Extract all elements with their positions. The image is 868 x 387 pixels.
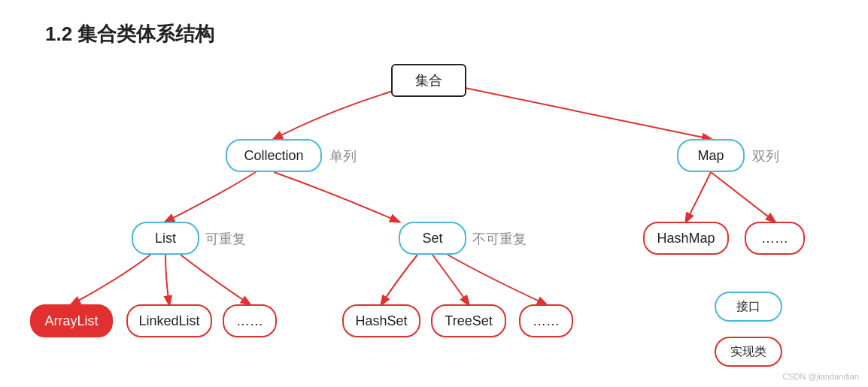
node-collection-root: 集合: [391, 64, 466, 97]
node-linkedlist: LinkedList: [126, 304, 212, 337]
node-dots-map: ……: [745, 222, 805, 255]
label-dual: 双列: [752, 147, 779, 165]
label-repeatable: 可重复: [205, 230, 246, 248]
legend-impl: 实现类: [715, 337, 782, 367]
watermark: CSDN @jiandandian: [782, 372, 859, 381]
node-hashset: HashSet: [342, 304, 420, 337]
node-list: List: [132, 222, 199, 255]
node-arraylist: ArrayList: [30, 304, 113, 337]
node-set: Set: [399, 222, 466, 255]
node-dots-set: ……: [519, 304, 573, 337]
page-title: 1.2 集合类体系结构: [45, 21, 214, 47]
label-non-repeatable: 不可重复: [472, 230, 527, 248]
label-single: 单列: [329, 147, 357, 165]
node-map: Map: [677, 139, 745, 172]
legend-interface: 接口: [715, 292, 782, 322]
node-collection: Collection: [226, 139, 322, 172]
node-treeset: TreeSet: [431, 304, 506, 337]
page: 1.2 集合类体系结构: [0, 0, 868, 387]
node-dots-list: ……: [223, 304, 277, 337]
node-hashmap: HashMap: [643, 222, 729, 255]
